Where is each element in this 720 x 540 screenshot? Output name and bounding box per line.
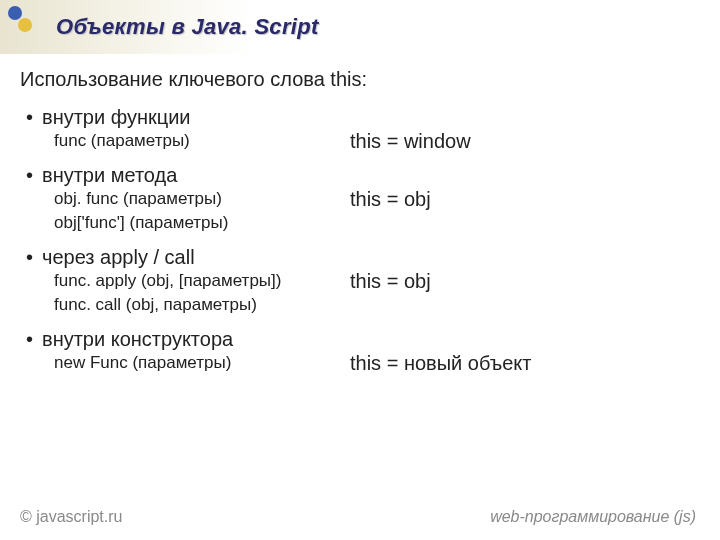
list-item: внутри конструктора new Func (параметры)… — [20, 327, 688, 375]
item-result: this = obj — [350, 245, 688, 317]
list-item: внутри функции func (параметры) this = w… — [20, 105, 688, 153]
item-heading: внутри функции — [42, 105, 350, 129]
decor-icon — [0, 0, 36, 54]
item-sub: obj['func'] (параметры) — [42, 211, 350, 235]
list-item: через apply / call func. apply (obj, [па… — [20, 245, 688, 317]
tagline: web-программирование (js) — [490, 508, 696, 526]
slide-header: Объекты в Java. Script — [0, 0, 720, 54]
item-result: this = obj — [350, 163, 688, 235]
item-sub: func (параметры) — [42, 129, 350, 153]
item-heading: через apply / call — [42, 245, 350, 269]
slide-title: Объекты в Java. Script — [56, 14, 720, 40]
item-heading: внутри конструктора — [42, 327, 350, 351]
bullet-list: внутри функции func (параметры) this = w… — [20, 105, 688, 375]
item-sub: func. apply (obj, [параметры]) — [42, 269, 350, 293]
item-heading: внутри метода — [42, 163, 350, 187]
list-item: внутри метода obj. func (параметры) obj[… — [20, 163, 688, 235]
item-sub: new Func (параметры) — [42, 351, 350, 375]
slide-content: Использование ключевого слова this: внут… — [0, 54, 720, 375]
item-sub: obj. func (параметры) — [42, 187, 350, 211]
slide-footer: © javascript.ru web-программирование (js… — [20, 508, 696, 526]
slide-subtitle: Использование ключевого слова this: — [20, 68, 688, 91]
item-result: this = window — [350, 105, 688, 153]
item-sub: func. call (obj, параметры) — [42, 293, 350, 317]
item-result: this = новый объект — [350, 327, 688, 375]
copyright: © javascript.ru — [20, 508, 122, 526]
